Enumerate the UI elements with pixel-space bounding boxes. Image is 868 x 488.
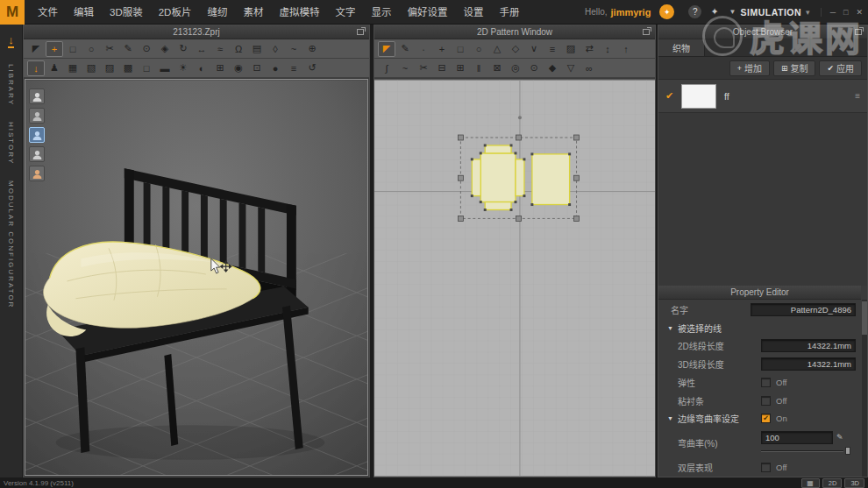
help-icon[interactable]: ? (688, 5, 701, 18)
flip-icon[interactable]: ⇄ (580, 41, 598, 57)
menu-item[interactable]: 缝纫 (199, 0, 235, 25)
fold-arrange-icon[interactable]: ◈ (156, 41, 174, 57)
avatar-thumb-head[interactable] (29, 108, 45, 124)
curve-edit-icon[interactable]: ✎ (836, 433, 843, 442)
length-3d-field[interactable]: 14322.1mm (761, 357, 856, 371)
rail-tab-history[interactable]: HISTORY (7, 122, 15, 165)
menu-item[interactable]: 设置 (455, 0, 491, 25)
shrink-icon[interactable]: ▽ (562, 60, 580, 76)
popout-icon[interactable] (357, 29, 364, 35)
lasso-select-icon[interactable]: ○ (82, 41, 100, 57)
render-icon[interactable]: ● (267, 60, 284, 76)
transform-pattern-icon[interactable]: ◤ (378, 41, 395, 57)
avatar-thumb-figure[interactable] (29, 88, 45, 104)
edit-point-icon[interactable]: ∙ (415, 41, 432, 57)
scissors-icon[interactable]: ✂ (101, 41, 118, 57)
scrollbar-thumb[interactable] (862, 301, 867, 335)
fabric-list-item[interactable]: ✔ ff ≡ (658, 80, 867, 113)
capture-icon[interactable]: ⊡ (248, 60, 266, 76)
floor-display-icon[interactable]: ▬ (156, 60, 174, 76)
free-sew-icon[interactable]: ~ (396, 60, 414, 76)
fabric-swatch[interactable] (681, 84, 716, 109)
add-point-icon[interactable]: + (433, 41, 451, 57)
scene-settings-icon[interactable]: ≡ (285, 60, 302, 76)
avatar-thumb-skin[interactable] (29, 166, 45, 181)
move-gizmo-icon[interactable]: + (46, 41, 63, 57)
2d-viewport[interactable] (374, 79, 655, 477)
simulation-button[interactable]: ▼ SIMULATION ▾ (729, 7, 810, 18)
view-2d-button[interactable]: 2D (822, 478, 843, 488)
popout-icon[interactable] (643, 29, 650, 35)
magnet-icon[interactable]: Ω (230, 41, 247, 57)
menu-item[interactable]: 虚拟模特 (271, 0, 327, 25)
shadow-icon[interactable]: ◐ (193, 60, 210, 76)
minimize-button[interactable]: ─ (830, 8, 836, 17)
reset-view-icon[interactable]: ↺ (303, 60, 321, 76)
texture-edit-icon[interactable]: ▨ (562, 41, 580, 57)
steam-icon[interactable]: ~ (285, 41, 302, 57)
rect-select-icon[interactable]: □ (64, 41, 82, 57)
fusible-tape-checkbox[interactable] (761, 396, 771, 406)
section-selected-line[interactable]: ▼ 被选择的线 (658, 320, 861, 336)
magic-wand-icon[interactable]: ✦ (710, 6, 718, 18)
notch-icon[interactable]: ∨ (525, 41, 543, 57)
mesh-display-icon[interactable]: ▧ (82, 60, 100, 76)
add-button[interactable]: + 增加 (729, 60, 770, 76)
avatar-display-icon[interactable]: ♟ (46, 60, 63, 76)
show-sew-icon[interactable]: ∞ (580, 60, 598, 76)
unfold-icon[interactable]: ⊠ (488, 60, 506, 76)
menu-item[interactable]: 显示 (363, 0, 399, 25)
wind-icon[interactable]: ≈ (211, 41, 229, 57)
symmetry-icon[interactable]: ‖ (470, 60, 487, 76)
copy-button[interactable]: ⊞ 复制 (773, 60, 816, 76)
double-layer-checkbox[interactable] (761, 463, 771, 472)
view-3d-button[interactable]: 3D (844, 478, 864, 488)
curvature-value-field[interactable]: 100 (761, 431, 833, 444)
sync-down-icon[interactable]: ↓ (27, 60, 45, 76)
flatten-icon[interactable]: ▤ (248, 41, 266, 57)
thickness-display-icon[interactable]: ▩ (119, 60, 137, 76)
menu-item[interactable]: 手册 (491, 0, 527, 25)
seam-allowance-icon[interactable]: ≡ (544, 41, 561, 57)
menu-item[interactable]: 素材 (235, 0, 271, 25)
popout-icon[interactable] (855, 29, 862, 35)
edge-curvature-checkbox[interactable]: ✔ (761, 414, 771, 423)
multiview-button[interactable]: ▦ (801, 478, 820, 488)
garment-display-icon[interactable]: ▦ (64, 60, 82, 76)
pin-icon[interactable]: ⊙ (138, 41, 155, 57)
library-import-icon[interactable]: ↓ (8, 35, 14, 48)
menu-item[interactable]: 偏好设置 (399, 0, 455, 25)
apply-button[interactable]: ✔ 应用 (819, 60, 862, 76)
elastic-checkbox[interactable] (761, 378, 771, 387)
maximize-button[interactable]: □ (843, 8, 848, 17)
rotate-tool-icon[interactable]: ↻ (174, 41, 192, 57)
avatar-thumb-pose[interactable] (29, 146, 45, 162)
3d-viewport[interactable] (25, 79, 368, 476)
curvature-slider[interactable] (761, 447, 852, 455)
menu-item[interactable]: 2D板片 (151, 0, 200, 25)
close-button[interactable]: ✕ (856, 8, 863, 17)
edit-pattern-icon[interactable]: ✎ (396, 41, 414, 57)
pen-icon[interactable]: ✎ (119, 41, 137, 57)
detach-icon[interactable]: ⊟ (433, 60, 451, 76)
rail-tab-modular-configurator[interactable]: MODULAR CONFIGURATOR (7, 180, 15, 308)
menu-item[interactable]: 文字 (327, 0, 363, 25)
segment-sew-icon[interactable]: ∫ (378, 60, 395, 76)
account-badge-icon[interactable]: ✦ (659, 4, 674, 19)
menu-item[interactable]: 3D服装 (102, 0, 151, 25)
section-edge-curvature[interactable]: ▼ 边缘弯曲率设定 ✔On (658, 410, 861, 427)
menu-item[interactable]: 文件 (30, 0, 66, 25)
edit-sew-icon[interactable]: ✂ (415, 60, 432, 76)
dart-icon[interactable]: ◇ (507, 41, 524, 57)
length-2d-field[interactable]: 14322.1mm (761, 339, 856, 352)
pattern-name-field[interactable]: Pattern2D_4896 (751, 303, 856, 316)
scrollbar[interactable] (862, 300, 867, 477)
iron-icon[interactable]: ◊ (267, 41, 284, 57)
menu-item[interactable]: 编辑 (66, 0, 102, 25)
texture-display-icon[interactable]: ▨ (101, 60, 118, 76)
sync-up-icon[interactable]: ↑ (617, 41, 635, 57)
rail-tab-library[interactable]: LIBRARY (7, 64, 15, 106)
slider-handle[interactable] (845, 447, 850, 455)
grain-line-icon[interactable]: ↕ (599, 41, 616, 57)
avatar-thumb-garment[interactable] (29, 127, 45, 143)
